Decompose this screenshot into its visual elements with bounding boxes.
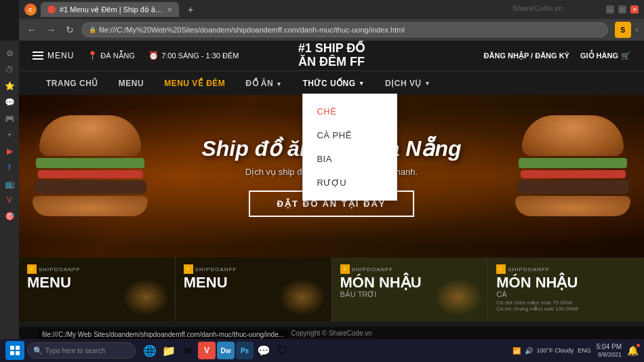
topbar-center-brand: #1 SHIP ĐỒ ĂN ĐÊM FF — [298, 42, 365, 69]
browser-toolbar: ← → ↻ 🔒 file:///C:/My%20Web%20Sites/doan… — [19, 19, 644, 41]
new-tab-button[interactable]: + — [183, 2, 198, 17]
coc-coc-logo: C — [24, 3, 37, 16]
location-info: 📍 ĐÀ NẴNG — [87, 51, 135, 60]
sidebar-v-icon[interactable]: V — [2, 193, 17, 207]
refresh-button[interactable]: ↻ — [62, 22, 77, 37]
start-button[interactable] — [5, 341, 24, 360]
clock-time: 5:04 PM — [597, 342, 622, 351]
nav-menu[interactable]: MENU — [119, 73, 144, 94]
dich-vu-arrow-icon: ▼ — [424, 80, 430, 87]
taskbar-app-chat[interactable]: 💬 — [255, 342, 273, 359]
taskbar-app-mail[interactable]: ✉ — [179, 342, 197, 359]
lettuce-right — [519, 158, 627, 168]
tomato-right — [521, 170, 626, 178]
nav-do-an[interactable]: ĐỒ ĂN ▼ — [245, 73, 282, 94]
back-button[interactable]: ← — [24, 22, 39, 37]
cart-label: GIỎ HÀNG — [580, 52, 618, 60]
bottom-cards: ⚡ SHIPDOANFF MENU ⚡ SHIPDOANFF MENU ⚡ SH… — [19, 258, 644, 321]
dropdown-item-ruou[interactable]: RƯỢU — [303, 171, 397, 195]
url-text: file:///C:/My%20Web%20Sites/doandem/ship… — [99, 26, 405, 34]
dropdown-item-bia[interactable]: BIA — [303, 147, 397, 171]
network-icon: 📶 — [512, 347, 521, 355]
taskbar-search[interactable]: 🔍 Type here to search — [27, 342, 136, 359]
address-bar[interactable]: 🔒 file:///C:/My%20Web%20Sites/doandem/sh… — [81, 22, 608, 37]
topbar-left: MENU 📍 ĐÀ NẴNG ⏰ 7:00 SÁNG - 1:30 ĐÊM — [33, 51, 239, 60]
search-placeholder-text: Type here to search — [45, 347, 105, 355]
card-3-brand: ⚡ SHIPDOANFF — [340, 264, 394, 274]
card-mon-nhau-2[interactable]: ⚡ SHIPDOANFF MÓN NHẬU CÁ Cá đút chén mềm… — [488, 258, 644, 321]
thuc-uong-arrow-icon: ▼ — [359, 80, 365, 87]
sidebar-game-icon[interactable]: 🎮 — [2, 111, 17, 126]
sharecode-logo-button[interactable]: S — [615, 22, 631, 38]
sidebar-star-icon[interactable]: ⭐ — [2, 79, 17, 94]
hamburger-menu-button[interactable]: MENU — [33, 51, 74, 60]
website-topbar: MENU 📍 ĐÀ NẴNG ⏰ 7:00 SÁNG - 1:30 ĐÊM #1… — [19, 41, 644, 71]
brand-icon-3: ⚡ — [340, 264, 350, 274]
sidebar-history-icon[interactable]: ⏱ — [2, 62, 17, 77]
card-1-image — [122, 279, 169, 316]
dropdown-item-che[interactable]: CHÈ — [303, 100, 397, 123]
browser-tab[interactable]: #1 Menu về Đêm | Ship đồ ă… ✕ — [41, 2, 179, 17]
card-3-title: MÓN NHẬU — [340, 275, 422, 290]
taskbar-app-dw[interactable]: Dw — [217, 342, 235, 359]
browser-chrome: C #1 Menu về Đêm | Ship đồ ă… ✕ + — □ ✕ … — [19, 0, 644, 41]
nav-dich-vu[interactable]: DỊCH VỤ ▼ — [385, 73, 430, 94]
system-clock: 5:04 PM 8/8/2021 — [597, 342, 622, 359]
nav-menu-ve-dem[interactable]: MENU VỀ ĐÊM — [164, 73, 225, 94]
cart-button[interactable]: GIỎ HÀNG 🛒 — [580, 52, 630, 60]
search-icon: 🔍 — [33, 346, 43, 355]
dropdown-item-ca-phe[interactable]: CÀ PHÊ — [303, 123, 397, 147]
hero-burger-left — [33, 115, 148, 216]
sidebar-youtube-icon[interactable]: ▶ — [2, 144, 17, 159]
card-4-brand: ⚡ SHIPDOANFF — [496, 264, 550, 274]
sidebar-extra-icon[interactable]: 🎯 — [2, 209, 17, 224]
card-2-title: MENU — [184, 275, 228, 290]
sidebar-facebook-icon[interactable]: f — [2, 160, 17, 175]
sidebar-add-icon[interactable]: + — [2, 127, 17, 142]
tab-close-button[interactable]: ✕ — [167, 6, 172, 14]
clock-icon: ⏰ — [148, 51, 159, 60]
sidebar-tv-icon[interactable]: 📺 — [2, 176, 17, 191]
taskbar-app-shield[interactable]: 🛡 — [274, 342, 291, 359]
lettuce-left — [36, 158, 144, 168]
brand-icon-4: ⚡ — [496, 264, 506, 274]
bun-bottom-right — [515, 196, 630, 216]
card-4-subtitle: CÁ — [496, 290, 506, 298]
clock-date: 8/8/2021 — [597, 351, 622, 359]
card-mon-nhau-1[interactable]: ⚡ SHIPDOANFF MÓN NHẬU BẦU TRỜI — [332, 258, 489, 321]
card-3-subtitle: BẦU TRỜI — [340, 290, 377, 299]
left-sidebar: ⚙ ⏱ ⭐ 💬 🎮 + ▶ f 📺 V 🎯 — [0, 41, 19, 362]
taskbar-app-v[interactable]: V — [198, 342, 216, 359]
nav-thuc-uong-wrap: THỨC UỐNG ▼ CHÈ CÀ PHÊ BIA RƯỢU — [302, 73, 365, 94]
volume-icon: 🔊 — [525, 347, 533, 355]
taskbar-app-ps[interactable]: Ps — [236, 342, 254, 359]
taskbar-right: 📶 🔊 100°F Cloudy ENG 5:04 PM 8/8/2021 🔔 — [512, 342, 639, 359]
card-4-extra: Cá đút chén mềm xoài 75.000đCá lóc chưng… — [496, 300, 578, 312]
location-text: ĐÀ NẴNG — [100, 52, 135, 60]
brand-icon-2: ⚡ — [184, 264, 193, 274]
nav-trang-chu[interactable]: TRANG CHỦ — [46, 73, 98, 94]
forward-button[interactable]: → — [43, 22, 58, 37]
sidebar-settings-icon[interactable]: ⚙ — [2, 46, 17, 61]
nav-thuc-uong[interactable]: THỨC UỐNG ▼ — [302, 73, 365, 94]
time-text: 7:00 SÁNG - 1:30 ĐÊM — [161, 52, 239, 60]
maximize-button[interactable]: □ — [618, 5, 626, 14]
brand-line1: #1 SHIP ĐỒ — [298, 41, 365, 55]
notification-dot — [637, 344, 640, 347]
tab-label: #1 Menu về Đêm | Ship đồ ă… — [60, 5, 163, 14]
taskbar: 🔍 Type here to search 🌐 📁 ✉ V Dw Ps 💬 🛡 … — [0, 339, 644, 362]
minimize-button[interactable]: — — [606, 5, 614, 14]
copyright-text: Copyright © ShareCode.vn — [291, 329, 372, 337]
tab-favicon — [47, 5, 56, 14]
windows-logo — [10, 346, 20, 355]
taskbar-app-edge[interactable]: 🌐 — [141, 342, 159, 359]
time-info: ⏰ 7:00 SÁNG - 1:30 ĐÊM — [148, 51, 239, 60]
login-link[interactable]: ĐĂNG NHẬP / ĐĂNG KÝ — [484, 52, 569, 60]
card-menu-2[interactable]: ⚡ SHIPDOANFF MENU — [176, 258, 332, 321]
taskbar-app-explorer[interactable]: 📁 — [160, 342, 178, 359]
notification-bell[interactable]: 🔔 — [627, 345, 639, 356]
close-button[interactable]: ✕ — [630, 5, 639, 14]
cart-icon: 🛒 — [621, 52, 630, 60]
card-menu-1[interactable]: ⚡ SHIPDOANFF MENU — [19, 258, 176, 321]
sidebar-messenger-icon[interactable]: 💬 — [2, 95, 17, 110]
